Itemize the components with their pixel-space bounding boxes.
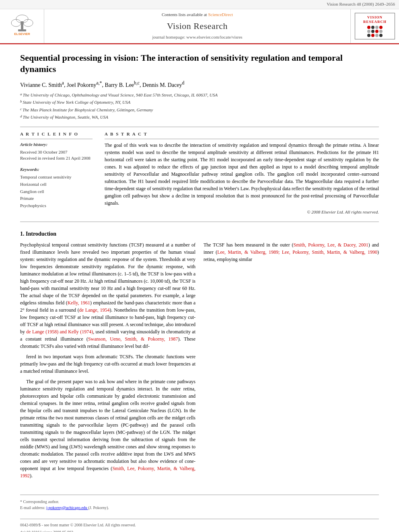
- affil-text-b: State University of New York College of …: [23, 99, 131, 106]
- citation-text: Vision Research 48 (2008) 2649–2656: [327, 2, 395, 6]
- affil-a: a The University of Chicago, Ophthalmolo…: [20, 92, 379, 99]
- vr-dot-1: [367, 26, 370, 29]
- cite-delange-1958[interactable]: de Lange (1958) and Kelly (1974): [26, 329, 93, 335]
- abstract-text: The goal of this work was to describe th…: [105, 142, 379, 207]
- sciencedirect-label: Contents lists available at: [162, 12, 207, 17]
- svg-rect-4: [18, 29, 26, 31]
- svg-text:ELSEVIER: ELSEVIER: [14, 32, 30, 36]
- cite-delange-1954[interactable]: de Lange, 1954: [79, 307, 110, 313]
- body-col2-para1: The TCSF has been measured in the outer …: [204, 241, 379, 263]
- affil-text-c: The Max Planck Institute for Biophysical…: [23, 107, 153, 113]
- footer-note-1: 0042-6989/$ - see front matter © 2008 El…: [20, 522, 379, 528]
- affil-sup-b: b: [20, 99, 22, 105]
- article-info: A R T I C L E I N F O Article history: R…: [20, 131, 93, 216]
- vision-research-logo-area: VISIONRESEARCH: [351, 9, 399, 43]
- divider-2: [20, 222, 379, 222]
- body-col1-para1: Psychophysical temporal contrast sensiti…: [20, 241, 195, 350]
- sup-a2: a,*: [96, 80, 102, 86]
- keyword-1: Temporal contrast sensitivity: [20, 174, 93, 181]
- body-col1-para3: The goal of the present paper was to ask…: [20, 378, 195, 479]
- corresponding-name: (J. Pokorny).: [88, 505, 109, 510]
- footer-area: * Corresponding author. E-mail address: …: [20, 495, 379, 532]
- sup-d: d: [182, 80, 184, 86]
- journal-name-header: Vision Research: [167, 20, 228, 33]
- affil-d: d The University of Washington, Seattle,…: [20, 114, 379, 121]
- keyword-2: Horizontal cell: [20, 181, 93, 188]
- vr-dot-8: [379, 30, 383, 33]
- corresponding-author-label: * Corresponding author.: [20, 499, 59, 504]
- article-received-1: Received 30 October 2007: [20, 149, 93, 155]
- keyword-3: Ganglion cell: [20, 188, 93, 195]
- journal-header: Vision Research 48 (2008) 2649–2656 ELSE…: [0, 0, 399, 44]
- abstract-title: A B S T R A C T: [105, 131, 379, 139]
- corresponding-author: * Corresponding author. E-mail address: …: [20, 499, 379, 511]
- cite-smith-1992[interactable]: Smith, Lee, Pokorny, Martin, & Valberg, …: [20, 466, 195, 479]
- keywords-list: Temporal contrast sensitivity Horizontal…: [20, 174, 93, 209]
- cite-smith-2001[interactable]: Smith, Pokorny, Lee, & Dacey, 2001: [294, 242, 368, 248]
- vr-dot-5: [367, 30, 370, 33]
- author-vivianne: Vivianne C. Smitha: [20, 82, 64, 88]
- article-title: Sequential processing in vision: The int…: [20, 52, 379, 75]
- keywords-label: Keywords:: [20, 166, 93, 173]
- affil-sup-d: d: [20, 114, 22, 119]
- vr-logo-dots: [357, 26, 393, 37]
- body-col1-para2-suffix: fered in two important ways from achroma…: [20, 353, 195, 375]
- vr-logo-box: VISIONRESEARCH: [355, 13, 395, 39]
- author-dennis: Dennis M. Daceyd: [142, 82, 184, 88]
- elsevier-logo-area: ELSEVIER: [0, 9, 44, 43]
- main-content: Sequential processing in vision: The int…: [0, 44, 399, 532]
- divider-1: [20, 127, 379, 127]
- body-column-2: The TCSF has been measured in the outer …: [204, 241, 379, 483]
- authors-line: Vivianne C. Smitha, Joel Pokornya,*, Bar…: [20, 80, 379, 89]
- vr-dot-12: [379, 34, 383, 37]
- body-section: 1. Introduction Psychophysical temporal …: [20, 230, 379, 483]
- vr-logo-title: VISIONRESEARCH: [357, 15, 393, 24]
- affiliations: a The University of Chicago, Ophthalmolo…: [20, 92, 379, 121]
- svg-rect-3: [21, 21, 23, 29]
- vr-dot-4: [379, 26, 383, 29]
- journal-top-bar: ELSEVIER Contents lists available at Sci…: [0, 9, 399, 43]
- affil-sup-c: c: [20, 107, 22, 112]
- cite-lee-1989[interactable]: Lee, Martin, & Valberg, 1989; Lee, Pokor…: [217, 249, 377, 255]
- article-meta-section: A R T I C L E I N F O Article history: R…: [20, 131, 379, 216]
- svg-point-2: [23, 19, 33, 27]
- vr-dot-3: [375, 26, 378, 29]
- vr-dot-6: [371, 30, 374, 33]
- sciencedirect-text: Contents lists available at ScienceDirec…: [162, 12, 233, 18]
- author-joel: Joel Pokornya,*: [67, 82, 102, 88]
- vr-dot-2: [371, 26, 374, 29]
- affil-text-a: The University of Chicago, Ophthalmology…: [23, 92, 218, 99]
- two-column-body: Psychophysical temporal contrast sensiti…: [20, 241, 379, 483]
- divider-footer: [20, 495, 379, 495]
- citation-bar: Vision Research 48 (2008) 2649–2656: [0, 0, 399, 9]
- cite-swanson-1987[interactable]: Swanson, Ueno, Smith, & Pokorny, 1987: [88, 336, 178, 342]
- cite-kelly-1961[interactable]: Kelly, 1961: [68, 300, 90, 306]
- affil-b: b State University of New York College o…: [20, 99, 379, 106]
- corresponding-email-link[interactable]: j-pokorny@uchicago.edu: [46, 505, 88, 510]
- vr-dot-7: [375, 30, 378, 33]
- sup-a: a: [62, 80, 64, 86]
- abstract-copyright: © 2008 Elsevier Ltd. All rights reserved…: [105, 209, 379, 216]
- body-column-1: Psychophysical temporal contrast sensiti…: [20, 241, 195, 483]
- keyword-5: Psychophysics: [20, 202, 93, 210]
- affil-text-d: The University of Washington, Seattle, W…: [23, 114, 108, 121]
- article-history-label: Article history:: [20, 142, 93, 148]
- journal-center: Contents lists available at ScienceDirec…: [44, 9, 351, 43]
- vr-dot-10: [371, 34, 374, 37]
- elsevier-logo: ELSEVIER: [6, 14, 38, 38]
- sciencedirect-link[interactable]: ScienceDirect: [208, 12, 233, 17]
- journal-homepage: journal homepage: www.elsevier.com/locat…: [152, 34, 242, 41]
- sup-bc: b,c: [134, 80, 140, 86]
- elsevier-tree-svg: ELSEVIER: [6, 14, 38, 36]
- abstract-section: A B S T R A C T The goal of this work wa…: [105, 131, 379, 216]
- corresponding-email-label: E-mail address:: [20, 505, 45, 510]
- affil-sup-a: a: [20, 92, 22, 97]
- vr-dot-11: [375, 34, 378, 37]
- section1-title: 1. Introduction: [20, 230, 379, 238]
- article-info-title: A R T I C L E I N F O: [20, 131, 93, 139]
- author-barry: Barry B. Leeb,c: [105, 82, 140, 88]
- corresponding-email: j-pokorny@uchicago.edu: [46, 505, 87, 510]
- footer-bar: 0042-6989/$ - see front matter © 2008 El…: [20, 519, 379, 532]
- keyword-4: Primate: [20, 195, 93, 202]
- footer-note-2: doi:10.1016/j.visres.2008.05.002: [20, 530, 379, 532]
